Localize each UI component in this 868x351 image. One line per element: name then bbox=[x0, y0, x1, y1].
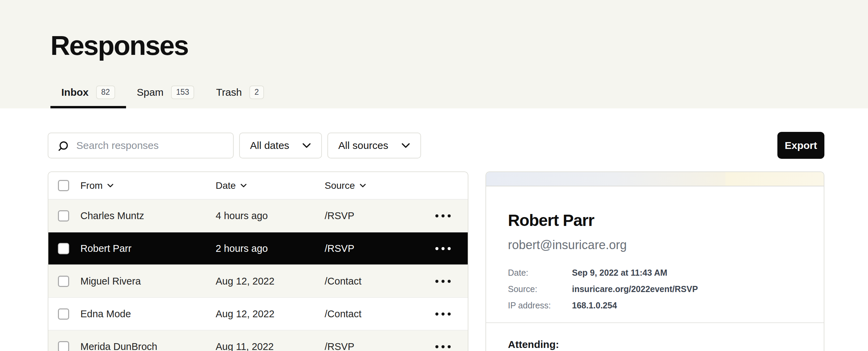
table-row[interactable]: Charles Muntz 4 hours ago /RSVP bbox=[48, 200, 468, 232]
tab-spam[interactable]: Spam 153 bbox=[126, 86, 205, 108]
tab-trash-label: Trash bbox=[216, 87, 242, 98]
meta-field-date: Date: Sep 9, 2022 at 11:43 AM bbox=[508, 264, 802, 281]
kebab-menu-icon[interactable] bbox=[435, 342, 451, 351]
kebab-menu-icon[interactable] bbox=[435, 211, 451, 221]
tab-inbox-count-badge: 82 bbox=[96, 86, 115, 99]
select-all-checkbox[interactable] bbox=[58, 180, 69, 191]
row-date: Aug 12, 2022 bbox=[216, 276, 325, 287]
kebab-menu-icon[interactable] bbox=[435, 276, 451, 286]
field-value: insuricare.org/2022event/RSVP bbox=[572, 281, 698, 297]
row-from: Charles Muntz bbox=[80, 210, 216, 222]
chevron-down-icon bbox=[107, 184, 113, 188]
row-date: 4 hours ago bbox=[216, 210, 325, 222]
panel-body: Robert Parr robert@insuricare.org Date: … bbox=[486, 186, 824, 350]
page-header: Responses Inbox 82 Spam 153 Trash 2 bbox=[0, 0, 868, 108]
main-content: From Date Source bbox=[48, 171, 824, 351]
respondent-name: Robert Parr bbox=[508, 211, 802, 230]
row-source: /Contact bbox=[325, 308, 435, 320]
kebab-menu-icon[interactable] bbox=[435, 309, 451, 319]
row-date: 2 hours ago bbox=[216, 243, 325, 254]
row-source: /Contact bbox=[325, 276, 435, 287]
row-from: Miguel Rivera bbox=[80, 276, 216, 287]
chevron-down-icon bbox=[401, 143, 410, 148]
responses-table: From Date Source bbox=[48, 171, 468, 351]
row-checkbox[interactable] bbox=[58, 210, 69, 222]
row-checkbox[interactable] bbox=[58, 243, 69, 254]
date-filter-dropdown[interactable]: All dates bbox=[239, 133, 322, 158]
meta-field-source: Source: insuricare.org/2022event/RSVP bbox=[508, 281, 802, 297]
panel-gradient-strip bbox=[486, 172, 824, 186]
column-header-date[interactable]: Date bbox=[216, 180, 247, 191]
search-box[interactable] bbox=[48, 133, 234, 158]
tab-trash[interactable]: Trash 2 bbox=[205, 86, 275, 108]
chevron-down-icon bbox=[360, 184, 366, 188]
row-checkbox[interactable] bbox=[58, 308, 69, 320]
field-value: Sep 9, 2022 at 11:43 AM bbox=[572, 264, 667, 281]
tab-inbox-label: Inbox bbox=[61, 87, 89, 98]
row-from: Merida DunBroch bbox=[80, 341, 216, 351]
row-from: Robert Parr bbox=[80, 243, 216, 254]
toolbar: All dates All sources Export bbox=[48, 132, 824, 159]
tab-spam-count-badge: 153 bbox=[171, 86, 194, 99]
row-date: Aug 12, 2022 bbox=[216, 308, 325, 320]
tab-spam-label: Spam bbox=[137, 87, 164, 98]
tab-inbox[interactable]: Inbox 82 bbox=[50, 86, 126, 108]
page-title: Responses bbox=[50, 30, 188, 61]
field-value: 168.1.0.254 bbox=[572, 297, 617, 314]
search-input[interactable] bbox=[48, 133, 233, 158]
tab-bar: Inbox 82 Spam 153 Trash 2 bbox=[50, 86, 275, 108]
source-filter-value: All sources bbox=[338, 140, 388, 151]
row-date: Aug 11, 2022 bbox=[216, 341, 325, 351]
date-filter-value: All dates bbox=[250, 140, 289, 151]
column-header-from[interactable]: From bbox=[80, 180, 113, 191]
row-source: /RSVP bbox=[325, 243, 435, 254]
table-row[interactable]: Miguel Rivera Aug 12, 2022 /Contact bbox=[48, 265, 468, 298]
response-meta-fields: Date: Sep 9, 2022 at 11:43 AM Source: in… bbox=[508, 264, 802, 314]
chevron-down-icon bbox=[302, 143, 311, 148]
kebab-menu-icon[interactable] bbox=[435, 244, 451, 254]
attending-section-heading: Attending: bbox=[508, 339, 802, 350]
table-row[interactable]: Edna Mode Aug 12, 2022 /Contact bbox=[48, 298, 468, 331]
respondent-email: robert@insuricare.org bbox=[508, 238, 802, 252]
chevron-down-icon bbox=[241, 184, 247, 188]
row-source: /RSVP bbox=[325, 210, 435, 222]
table-header-row: From Date Source bbox=[48, 172, 468, 200]
tab-trash-count-badge: 2 bbox=[249, 86, 264, 99]
table-row[interactable]: Merida DunBroch Aug 11, 2022 /RSVP bbox=[48, 331, 468, 351]
field-label: Source: bbox=[508, 281, 572, 297]
column-header-source[interactable]: Source bbox=[325, 180, 366, 191]
export-button[interactable]: Export bbox=[777, 132, 824, 159]
field-label: IP address: bbox=[508, 297, 572, 314]
table-row-selected[interactable]: Robert Parr 2 hours ago /RSVP bbox=[48, 232, 468, 265]
source-filter-dropdown[interactable]: All sources bbox=[327, 133, 421, 158]
meta-field-ip: IP address: 168.1.0.254 bbox=[508, 297, 802, 314]
search-icon bbox=[57, 140, 69, 153]
response-detail-panel: Robert Parr robert@insuricare.org Date: … bbox=[485, 171, 824, 351]
row-checkbox[interactable] bbox=[58, 341, 69, 351]
row-checkbox[interactable] bbox=[58, 276, 69, 287]
field-label: Date: bbox=[508, 264, 572, 281]
divider bbox=[486, 322, 824, 323]
row-from: Edna Mode bbox=[80, 308, 216, 320]
row-source: /RSVP bbox=[325, 341, 435, 351]
